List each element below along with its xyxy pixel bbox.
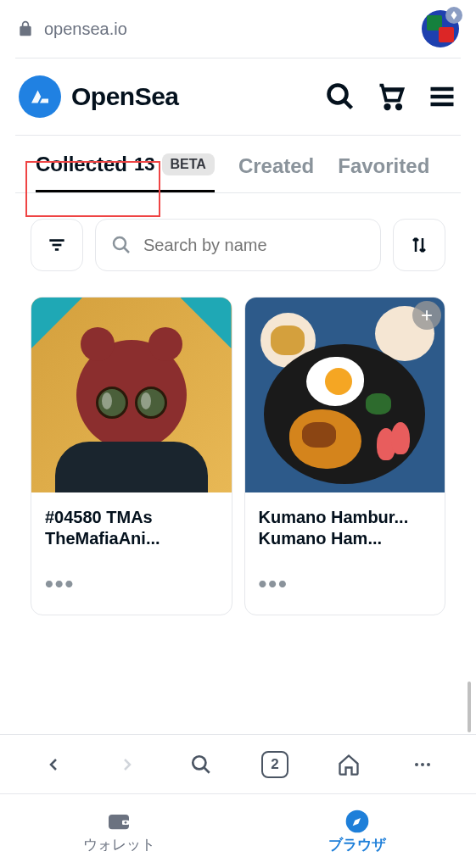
svg-point-12 [114,237,126,249]
tab-favorited[interactable]: Favorited [338,153,429,192]
nft-grid: #04580 TMAs TheMafiaAni... ••• + Kumano … [0,297,476,615]
filter-button[interactable] [31,219,83,271]
nft-card-body: Kumano Hambur... Kumano Ham... [245,492,445,564]
nft-card-footer: ••• [245,564,445,615]
svg-line-2 [344,101,352,108]
nft-title: Kumano Hambur... [259,508,432,527]
lock-icon [17,20,34,37]
search-box[interactable] [95,219,381,271]
svg-point-16 [415,763,418,766]
tabs-button[interactable]: 2 [260,750,289,779]
svg-point-14 [193,756,205,769]
svg-point-17 [421,763,424,766]
svg-line-13 [124,248,129,253]
wallet-icon [105,808,132,832]
browser-address-bar: opensea.io [0,0,476,58]
browser-tab-label: ブラウザ [328,835,386,854]
nft-collection: Kumano Ham... [259,529,432,548]
cart-icon[interactable] [376,81,406,112]
nft-card[interactable]: #04580 TMAs TheMafiaAni... ••• [31,297,232,615]
search-button[interactable] [187,750,216,779]
tab-count: 13 [134,153,154,175]
more-options-icon[interactable]: ••• [259,570,288,597]
back-button[interactable] [39,750,68,779]
svg-point-1 [329,86,347,103]
tab-label: Created [238,154,314,178]
nft-card-footer: ••• [31,564,232,615]
browser-navigation: 2 [0,734,476,793]
profile-avatar[interactable] [422,10,459,47]
menu-icon[interactable] [427,81,457,112]
nft-image: + [245,298,445,492]
profile-tabs: Collected 13 BETA Created Favorited [15,136,461,193]
svg-point-4 [397,105,401,109]
svg-line-15 [204,767,210,773]
url-text[interactable]: opensea.io [44,19,412,39]
nft-card[interactable]: + Kumano Hambur... Kumano Ham... ••• [244,297,446,615]
scrollbar[interactable] [468,682,471,732]
site-header: OpenSea [0,58,476,135]
search-input[interactable] [143,236,365,255]
forward-button[interactable] [113,750,142,779]
tab-label: Favorited [338,154,429,178]
brand-name: OpenSea [71,82,179,111]
tab-created[interactable]: Created [238,153,314,192]
nft-card-body: #04580 TMAs TheMafiaAni... [31,492,232,564]
compass-icon [344,808,371,832]
tab-collected[interactable]: Collected 13 BETA [36,153,215,192]
svg-point-18 [427,763,430,766]
wallet-tab[interactable]: ウォレット [0,794,238,868]
svg-point-3 [385,105,389,109]
beta-badge: BETA [162,153,215,175]
opensea-logo[interactable] [19,75,61,118]
wallet-tab-label: ウォレット [83,835,155,854]
nft-title: #04580 TMAs [45,508,218,527]
search-icon [111,235,132,255]
add-icon[interactable]: + [412,301,441,330]
filter-bar [0,193,476,297]
more-options-icon[interactable]: ••• [45,570,75,597]
tab-count-indicator: 2 [261,751,288,778]
nft-collection: TheMafiaAni... [45,529,218,548]
tab-label: Collected [36,153,127,176]
browser-tab[interactable]: ブラウザ [238,794,477,868]
home-button[interactable] [334,750,363,779]
more-button[interactable] [408,750,437,779]
svg-point-21 [125,821,127,824]
search-icon[interactable] [325,81,356,112]
ethereum-badge-icon [445,7,462,24]
sort-button[interactable] [393,219,445,271]
nft-image [31,298,232,492]
app-bottom-tabs: ウォレット ブラウザ [0,793,476,868]
